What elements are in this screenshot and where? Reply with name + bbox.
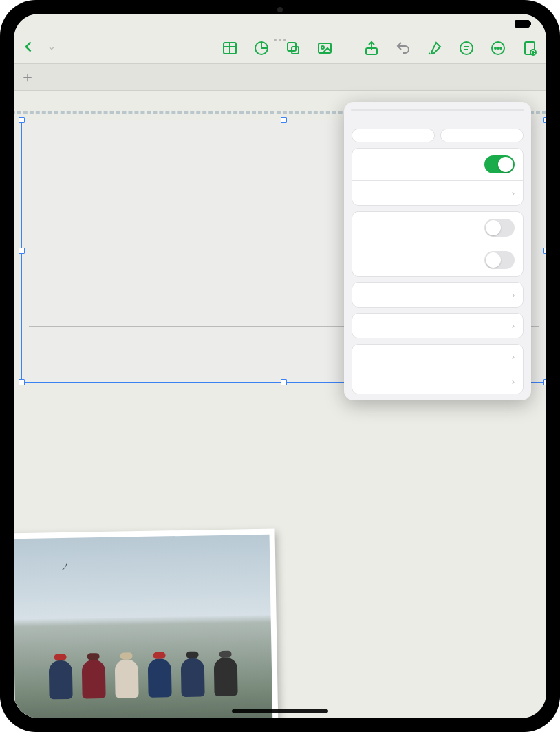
- edit-references-button[interactable]: [441, 129, 523, 142]
- chart-style-thumbnails: [344, 118, 531, 129]
- chevron-right-icon: ›: [512, 376, 515, 387]
- legend-toggle-row[interactable]: [352, 244, 523, 276]
- photo-object[interactable]: ノ: [14, 529, 279, 718]
- chevron-right-icon: ›: [512, 290, 515, 300]
- resize-handle[interactable]: [19, 248, 25, 254]
- svg-point-7: [321, 46, 324, 49]
- resize-handle[interactable]: [281, 117, 287, 123]
- svg-point-13: [495, 47, 496, 49]
- title-switch[interactable]: [484, 155, 515, 173]
- resize-handle[interactable]: [543, 248, 546, 254]
- resize-handle[interactable]: [19, 117, 25, 123]
- bird-icon: ノ: [61, 561, 69, 573]
- chevron-right-icon: ›: [512, 321, 515, 331]
- undo-icon[interactable]: [395, 40, 411, 56]
- insert-chart-icon[interactable]: [253, 40, 270, 56]
- status-bar: [14, 14, 546, 33]
- collaborate-icon[interactable]: [521, 40, 538, 56]
- back-button[interactable]: [22, 40, 36, 56]
- resize-handle[interactable]: [543, 117, 546, 123]
- legend-switch[interactable]: [484, 251, 515, 269]
- insert-shape-icon[interactable]: [285, 40, 301, 56]
- resize-handle[interactable]: [19, 379, 25, 385]
- chevron-right-icon: ›: [512, 188, 515, 198]
- chevron-right-icon: ›: [512, 352, 515, 362]
- graph-type-row[interactable]: ›: [352, 283, 523, 307]
- comment-icon[interactable]: [458, 40, 475, 56]
- popover-tabs[interactable]: [351, 109, 524, 111]
- battery-icon: [515, 20, 530, 28]
- resize-handle[interactable]: [281, 379, 287, 385]
- style-row[interactable]: ›: [352, 180, 523, 205]
- doc-menu-chevron-icon[interactable]: [47, 43, 56, 53]
- svg-point-15: [500, 47, 502, 49]
- more-icon[interactable]: [490, 40, 506, 56]
- format-brush-icon[interactable]: [427, 40, 443, 56]
- sheet-tabs: ＋: [14, 63, 546, 91]
- insert-media-icon[interactable]: [316, 40, 333, 56]
- schedule-section: [299, 538, 537, 543]
- error-bars-row[interactable]: ›: [352, 369, 523, 394]
- add-reference-line-row[interactable]: ›: [352, 314, 523, 338]
- insert-table-icon[interactable]: [222, 40, 238, 56]
- trendlines-row[interactable]: ›: [352, 345, 523, 369]
- title-toggle-row[interactable]: [352, 149, 523, 180]
- share-icon[interactable]: [363, 40, 380, 56]
- caption-toggle-row[interactable]: [352, 212, 523, 244]
- edit-series-button[interactable]: [352, 129, 434, 142]
- format-popover: › › ›: [344, 102, 531, 400]
- add-sheet-button[interactable]: ＋: [14, 64, 41, 90]
- svg-point-14: [497, 47, 499, 49]
- app-toolbar: [14, 33, 546, 63]
- home-indicator[interactable]: [232, 709, 328, 713]
- resize-handle[interactable]: [543, 379, 546, 385]
- svg-point-9: [460, 42, 473, 54]
- caption-switch[interactable]: [484, 219, 515, 237]
